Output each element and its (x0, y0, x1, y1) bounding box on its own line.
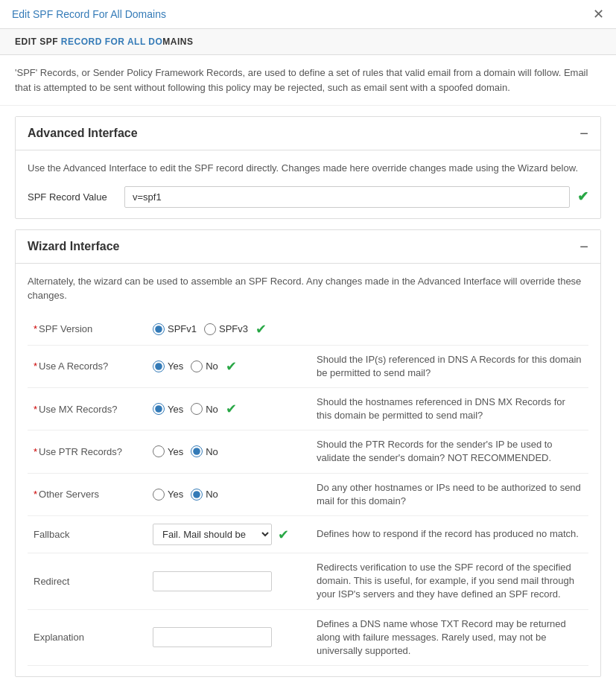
ptr-records-no-radio[interactable] (191, 445, 203, 457)
spfv1-radio-label[interactable]: SPFv1 (153, 323, 197, 335)
ptr-records-radio-group: Yes No (153, 445, 305, 457)
mx-records-radio-group: Yes No ✔ (153, 401, 305, 417)
field-label-a-records: *Use A Records? (28, 345, 147, 387)
table-row: *Use A Records? Yes No ✔ (28, 345, 588, 387)
spf-record-input[interactable] (124, 186, 570, 208)
wizard-collapse-icon: − (580, 239, 588, 254)
other-servers-no-label[interactable]: No (191, 489, 218, 501)
mx-records-no-radio[interactable] (191, 403, 203, 415)
field-label-mx-records: *Use MX Records? (28, 387, 147, 430)
ptr-records-yes-radio[interactable] (153, 445, 165, 457)
wizard-interface-header[interactable]: Wizard Interface − (16, 230, 600, 264)
advanced-interface-body: Use the Advanced Interface to edit the S… (16, 150, 600, 218)
spfv3-radio[interactable] (204, 323, 216, 335)
ptr-records-no-label[interactable]: No (191, 445, 218, 457)
wizard-interface-description: Alternately, the wizard can be used to a… (28, 274, 588, 303)
field-label-spf-version: *SPF Version (28, 314, 147, 346)
field-label-fallback: Fallback (28, 516, 147, 553)
mx-records-no-label[interactable]: No (191, 403, 218, 415)
a-records-yes-label[interactable]: Yes (153, 360, 183, 372)
spf-version-radio-group: SPFv1 SPFv3 ✔ (153, 321, 305, 337)
table-row: Fallback Fail. Mail should be Soft Fail … (28, 516, 588, 553)
field-desc-a-records: Should the IP(s) referenced in DNS A Rec… (311, 345, 588, 387)
wizard-interface-body: Alternately, the wizard can be used to a… (16, 264, 600, 677)
field-label-ptr-records: *Use PTR Records? (28, 431, 147, 473)
field-label-redirect: Redirect (28, 553, 147, 610)
explanation-input[interactable] (153, 627, 272, 647)
fallback-select[interactable]: Fail. Mail should be Soft Fail Neutral P… (153, 524, 272, 545)
section-header-bar: EDIT SPF RECORD FOR ALL DOMAINS (0, 29, 616, 55)
field-controls-fallback: Fail. Mail should be Soft Fail Neutral P… (147, 516, 311, 553)
field-desc-ptr-records: Should the PTR Records for the sender's … (311, 431, 588, 473)
other-servers-radio-group: Yes No (153, 489, 305, 501)
table-row: Redirect Redirects verification to use t… (28, 553, 588, 610)
spfv3-radio-label[interactable]: SPFv3 (204, 323, 248, 335)
field-desc-mx-records: Should the hostnames referenced in DNS M… (311, 387, 588, 430)
modal-title-bar: Edit SPF Record For All Domains ✕ (0, 0, 616, 29)
a-records-radio-group: Yes No ✔ (153, 358, 305, 375)
mx-records-yes-label[interactable]: Yes (153, 403, 183, 415)
table-row: *SPF Version SPFv1 SPFv3 ✔ (28, 314, 588, 346)
field-desc-fallback: Defines how to respond if the record has… (311, 516, 588, 553)
modal-body: EDIT SPF RECORD FOR ALL DOMAINS 'SPF' Re… (0, 29, 616, 683)
mx-records-check-icon: ✔ (226, 401, 237, 417)
wizard-table: *SPF Version SPFv1 SPFv3 ✔ (28, 314, 588, 667)
spf-record-check-icon: ✔ (577, 188, 588, 205)
field-controls-redirect (147, 553, 311, 610)
field-desc-spf-version (311, 314, 588, 346)
table-row: *Other Servers Yes No (28, 473, 588, 515)
collapse-icon: − (580, 126, 588, 141)
section-header-title: EDIT SPF RECORD FOR ALL DOMAINS (15, 36, 601, 47)
field-desc-redirect: Redirects verification to use the SPF re… (311, 553, 588, 610)
field-desc-other-servers: Do any other hostnames or IPs need to be… (311, 473, 588, 515)
field-controls-mx-records: Yes No ✔ (147, 387, 311, 430)
field-controls-other-servers: Yes No (147, 473, 311, 515)
table-row: *Use PTR Records? Yes No (28, 431, 588, 473)
spf-version-check-icon: ✔ (255, 321, 267, 337)
modal-container: Edit SPF Record For All Domains ✕ EDIT S… (0, 0, 616, 683)
redirect-input[interactable] (153, 571, 272, 591)
field-label-other-servers: *Other Servers (28, 473, 147, 515)
advanced-interface-description: Use the Advanced Interface to edit the S… (28, 161, 588, 176)
table-row: *Use MX Records? Yes No ✔ (28, 387, 588, 430)
close-button[interactable]: ✕ (593, 7, 604, 21)
a-records-yes-radio[interactable] (153, 360, 165, 372)
field-label-explanation: Explanation (28, 609, 147, 666)
advanced-interface-section: Advanced Interface − Use the Advanced In… (15, 116, 601, 219)
other-servers-yes-label[interactable]: Yes (153, 489, 183, 501)
spfv1-radio[interactable] (153, 323, 165, 335)
ptr-records-yes-label[interactable]: Yes (153, 445, 183, 457)
wizard-interface-title: Wizard Interface (28, 240, 119, 253)
info-text: 'SPF' Records, or Sender Policy Framewor… (0, 55, 616, 106)
advanced-interface-title: Advanced Interface (28, 127, 138, 140)
field-controls-a-records: Yes No ✔ (147, 345, 311, 387)
advanced-interface-header[interactable]: Advanced Interface − (16, 117, 600, 150)
other-servers-no-radio[interactable] (191, 489, 203, 501)
other-servers-yes-radio[interactable] (153, 489, 165, 501)
field-controls-spf-version: SPFv1 SPFv3 ✔ (147, 314, 311, 346)
fallback-check-icon: ✔ (278, 527, 289, 543)
spf-record-row: SPF Record Value ✔ (28, 186, 588, 208)
a-records-check-icon: ✔ (226, 358, 237, 375)
wizard-interface-section: Wizard Interface − Alternately, the wiza… (15, 229, 601, 678)
field-controls-explanation (147, 609, 311, 666)
field-desc-explanation: Defines a DNS name whose TXT Record may … (311, 609, 588, 666)
spf-record-label: SPF Record Value (28, 191, 117, 203)
a-records-no-label[interactable]: No (191, 360, 218, 372)
field-controls-ptr-records: Yes No (147, 431, 311, 473)
modal-title-link[interactable]: Edit SPF Record For All Domains (12, 8, 166, 20)
a-records-no-radio[interactable] (191, 360, 203, 372)
table-row: Explanation Defines a DNS name whose TXT… (28, 609, 588, 666)
mx-records-yes-radio[interactable] (153, 403, 165, 415)
